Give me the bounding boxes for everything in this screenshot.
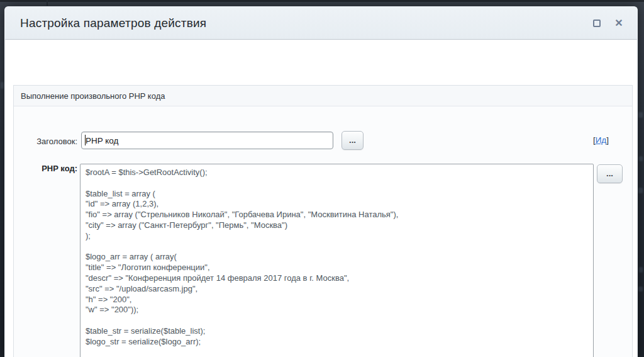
- php-action-panel: Выполнение произвольного PHP кода Заголо…: [13, 85, 633, 357]
- php-code-label: PHP код:: [20, 164, 77, 173]
- close-icon: ✕: [614, 18, 623, 28]
- section-title: Выполнение произвольного PHP кода: [21, 91, 165, 101]
- dialog-title: Настройка параметров действия: [20, 16, 206, 30]
- id-link-group: [Ид]: [593, 135, 609, 145]
- section-body: Заголовок: ... [Ид] PHP код: $rootA = $t…: [14, 106, 632, 357]
- background-text-smudge: [638, 112, 643, 118]
- maximize-icon: [593, 20, 601, 27]
- title-label: Заголовок:: [20, 137, 77, 146]
- background-top-edge: [0, 0, 644, 2]
- id-link[interactable]: Ид: [596, 135, 607, 145]
- background-text-smudge: [639, 156, 643, 161]
- close-button[interactable]: ✕: [613, 18, 625, 29]
- background-text-smudge: [638, 286, 643, 292]
- background-text-smudge: [639, 267, 643, 273]
- section-header: Выполнение произвольного PHP кода: [14, 86, 632, 106]
- title-input[interactable]: [81, 132, 333, 149]
- background-text-smudge: [1, 82, 4, 89]
- maximize-button[interactable]: [591, 18, 602, 29]
- action-parameters-dialog: Настройка параметров действия ✕ Выполнен…: [4, 6, 638, 357]
- background-text-smudge: [638, 188, 643, 193]
- php-code-textarea[interactable]: $rootA = $this->GetRootActivity(); $tabl…: [80, 164, 594, 357]
- title-more-button[interactable]: ...: [341, 131, 364, 150]
- dialog-body: Выполнение произвольного PHP кода Заголо…: [5, 40, 637, 357]
- background-tab-divider: [47, 0, 48, 6]
- window-controls: ✕: [591, 7, 625, 40]
- id-link-close-bracket: ]: [606, 135, 609, 145]
- dialog-titlebar: Настройка параметров действия ✕: [5, 7, 637, 40]
- php-code-more-button[interactable]: ...: [597, 164, 623, 183]
